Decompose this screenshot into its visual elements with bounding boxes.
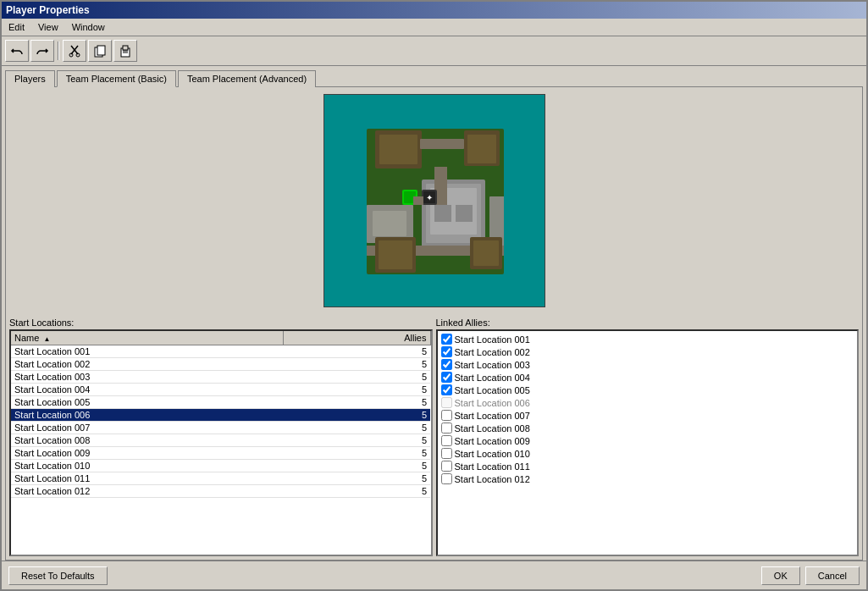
panels-section: Start Locations: Name ▲ Allies [6,314,862,560]
ally-name: Start Location 006 [455,398,530,408]
ally-checkbox[interactable] [441,461,452,472]
ally-name: Start Location 011 [455,461,530,472]
svg-rect-16 [420,139,464,149]
ally-checkbox[interactable] [441,423,452,434]
copy-button[interactable] [88,40,112,62]
svg-rect-39 [324,95,545,129]
ok-button[interactable]: OK [761,566,800,585]
table-row[interactable]: Start Location 0045 [11,384,430,396]
svg-rect-7 [123,46,128,50]
ally-checkbox[interactable] [441,346,452,357]
map-svg: ✦ [324,95,545,307]
linked-allies-panel: Linked Allies: Start Location 001Start L… [436,318,860,556]
ally-name: Start Location 003 [455,360,530,370]
location-name: Start Location 001 [11,345,284,358]
col-allies[interactable]: Allies [284,331,430,345]
start-locations-list[interactable]: Name ▲ Allies Start Location 0015Start L… [9,329,433,556]
table-row[interactable]: Start Location 0075 [11,422,430,434]
ally-name: Start Location 001 [455,334,530,345]
location-name: Start Location 011 [11,472,284,485]
title-bar: Player Properties [2,2,866,19]
window-title: Player Properties [6,4,90,16]
table-row[interactable]: Start Location 0065 [11,409,430,422]
cut-button[interactable] [63,40,86,62]
ally-item[interactable]: Start Location 012 [440,472,856,485]
svg-rect-36 [413,196,423,205]
map-display: ✦ [323,94,545,307]
table-row[interactable]: Start Location 0085 [11,434,430,447]
map-wrapper: ✦ [6,87,862,314]
ally-checkbox[interactable] [441,410,452,421]
menu-window[interactable]: Window [65,20,112,34]
table-row[interactable]: Start Location 0115 [11,472,430,485]
ally-item[interactable]: Start Location 007 [440,409,856,422]
location-allies: 5 [284,409,430,422]
svg-rect-40 [324,274,545,307]
redo-button[interactable] [30,40,54,62]
table-row[interactable]: Start Location 0035 [11,371,430,384]
reset-defaults-button[interactable]: Reset To Defaults [8,566,108,585]
table-row[interactable]: Start Location 0105 [11,460,430,472]
footer-right: OK Cancel [761,566,860,585]
location-name: Start Location 002 [11,358,284,371]
undo-button[interactable] [5,40,29,62]
ally-item[interactable]: Start Location 010 [440,447,856,460]
location-allies: 5 [284,384,430,396]
tab-team-placement-basic[interactable]: Team Placement (Basic) [57,70,176,87]
menu-view[interactable]: View [31,20,65,34]
ally-name: Start Location 009 [455,436,530,446]
ally-name: Start Location 005 [455,385,530,395]
svg-rect-28 [379,240,412,269]
ally-checkbox[interactable] [441,435,452,446]
ally-item[interactable]: Start Location 004 [440,371,856,384]
table-header-row: Name ▲ Allies [11,331,430,345]
table-row[interactable]: Start Location 0125 [11,485,430,498]
ally-checkbox[interactable] [441,359,452,370]
sort-arrow: ▲ [43,335,50,343]
ally-name: Start Location 004 [455,373,530,383]
svg-text:✦: ✦ [426,193,433,202]
ally-item[interactable]: Start Location 009 [440,434,856,447]
cancel-button[interactable]: Cancel [805,566,860,585]
tabs-bar: Players Team Placement (Basic) Team Plac… [2,66,866,86]
ally-checkbox[interactable] [441,384,452,395]
location-name: Start Location 012 [11,485,284,498]
svg-rect-21 [456,205,473,222]
col-name[interactable]: Name ▲ [11,331,284,345]
start-locations-tbody: Start Location 0015Start Location 0025St… [11,345,430,498]
location-name: Start Location 007 [11,422,284,434]
location-name: Start Location 004 [11,384,284,396]
ally-item[interactable]: Start Location 003 [440,358,856,371]
linked-allies-label: Linked Allies: [436,318,860,329]
svg-rect-23 [373,211,406,236]
ally-item[interactable]: Start Location 005 [440,384,856,396]
location-name: Start Location 006 [11,409,284,422]
tab-players[interactable]: Players [5,70,55,87]
ally-checkbox[interactable] [441,334,452,345]
menu-edit[interactable]: Edit [2,20,31,34]
ally-name: Start Location 008 [455,423,530,434]
table-row[interactable]: Start Location 0025 [11,358,430,371]
ally-item[interactable]: Start Location 008 [440,422,856,434]
location-allies: 5 [284,371,430,384]
ally-item[interactable]: Start Location 006 [440,396,856,409]
ally-item[interactable]: Start Location 001 [440,333,856,345]
table-row[interactable]: Start Location 0015 [11,345,430,358]
tab-team-placement-advanced[interactable]: Team Placement (Advanced) [178,70,316,87]
paste-button[interactable] [113,40,137,62]
table-row[interactable]: Start Location 0095 [11,447,430,460]
location-allies: 5 [284,472,430,485]
location-name: Start Location 003 [11,371,284,384]
svg-rect-30 [473,240,499,266]
ally-checkbox[interactable] [441,372,452,383]
ally-item[interactable]: Start Location 002 [440,345,856,358]
location-allies: 5 [284,358,430,371]
location-allies: 5 [284,422,430,434]
ally-name: Start Location 010 [455,449,530,459]
ally-checkbox[interactable] [441,473,452,484]
ally-checkbox[interactable] [441,448,452,459]
table-row[interactable]: Start Location 0055 [11,396,430,409]
ally-checkbox[interactable] [441,397,452,408]
location-allies: 5 [284,447,430,460]
ally-item[interactable]: Start Location 011 [440,460,856,472]
